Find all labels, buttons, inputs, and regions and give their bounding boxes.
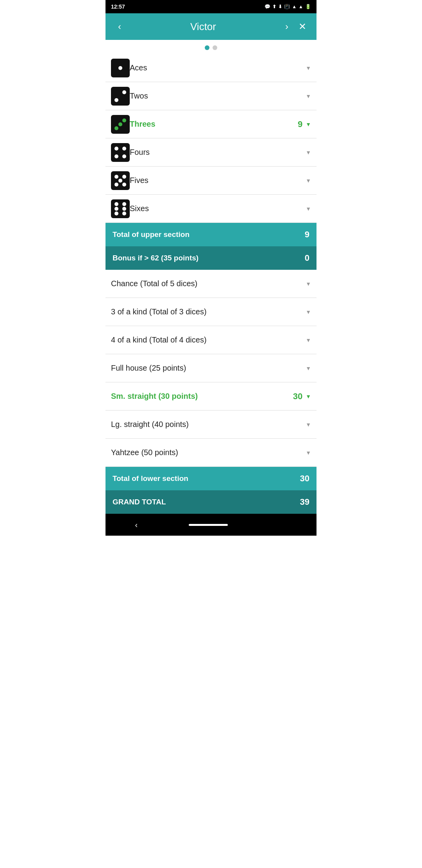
bottom-navigation: ‹ (106, 514, 316, 536)
lower-section: Chance (Total of 5 dices) ▼ 3 of a kind … (106, 270, 316, 467)
yahtzee-row[interactable]: Yahtzee (50 points) ▼ (106, 439, 316, 467)
svg-point-18 (114, 183, 118, 187)
grand-total-label: GRAND TOTAL (113, 498, 166, 506)
upper-section: Aces ▼ Twos ▼ Threes 9 ▼ Fou (106, 54, 316, 223)
aces-row[interactable]: Aces ▼ (106, 54, 316, 82)
bonus-label: Bonus if > 62 (35 points) (113, 254, 198, 262)
sm-straight-score: 30 (293, 391, 302, 402)
twos-row[interactable]: Twos ▼ (106, 82, 316, 110)
dice-4-icon (111, 143, 130, 162)
yahtzee-chevron: ▼ (306, 450, 311, 456)
fours-chevron: ▼ (306, 149, 311, 156)
sixes-label: Sixes (130, 204, 306, 213)
upper-total-value: 9 (305, 230, 309, 240)
bonus-value: 0 (305, 253, 309, 263)
svg-point-6 (114, 126, 118, 130)
fours-label: Fours (130, 148, 306, 157)
chance-label: Chance (Total of 5 dices) (111, 279, 306, 288)
four-kind-row[interactable]: 4 of a kind (Total of 4 dices) ▼ (106, 326, 316, 354)
threes-score: 9 (298, 119, 302, 129)
upper-total-row: Total of upper section 9 (106, 223, 316, 246)
svg-point-4 (122, 90, 126, 94)
twos-label: Twos (130, 91, 306, 100)
full-house-row[interactable]: Full house (25 points) ▼ (106, 354, 316, 382)
svg-point-24 (122, 207, 126, 211)
status-icons: 💬 ⬆ ⬇ 📳 ▲ ▲ 🔋 (265, 4, 311, 9)
fives-label: Fives (130, 176, 306, 185)
download-icon: ⬇ (278, 4, 282, 9)
page-dots (106, 40, 316, 54)
svg-point-19 (122, 183, 126, 187)
svg-point-11 (122, 147, 126, 151)
nav-back-button[interactable]: ‹ (127, 517, 146, 533)
svg-point-21 (114, 202, 118, 206)
close-button[interactable]: ✕ (295, 20, 310, 34)
fives-chevron: ▼ (306, 178, 311, 184)
aces-chevron: ▼ (306, 65, 311, 71)
dot-2[interactable] (213, 45, 217, 50)
sm-straight-row[interactable]: Sm. straight (30 points) 30 ▼ (106, 382, 316, 411)
sixes-chevron: ▼ (306, 206, 311, 212)
sixes-row[interactable]: Sixes ▼ (106, 195, 316, 223)
lg-straight-chevron: ▼ (306, 421, 311, 428)
chance-row[interactable]: Chance (Total of 5 dices) ▼ (106, 270, 316, 298)
svg-rect-9 (111, 143, 130, 162)
svg-point-16 (122, 175, 126, 179)
player-title: Victor (127, 21, 279, 33)
whatsapp-icon: 💬 (265, 4, 270, 9)
threes-chevron: ▼ (306, 121, 311, 127)
aces-label: Aces (130, 63, 306, 72)
svg-point-3 (114, 98, 118, 102)
vibrate-icon: 📳 (284, 4, 290, 9)
lg-straight-label: Lg. straight (40 points) (111, 420, 306, 429)
grand-total-row: GRAND TOTAL 39 (106, 490, 316, 514)
lower-total-label: Total of lower section (113, 474, 188, 483)
lower-total-value: 30 (300, 473, 309, 484)
dice-2-icon (111, 87, 130, 106)
sm-straight-label: Sm. straight (30 points) (111, 392, 293, 401)
grand-total-value: 39 (300, 497, 309, 507)
dot-1[interactable] (205, 45, 209, 50)
fours-row[interactable]: Fours ▼ (106, 138, 316, 167)
forward-button[interactable]: › (279, 20, 295, 34)
three-kind-label: 3 of a kind (Total of 3 dices) (111, 307, 306, 316)
dice-3-icon (111, 115, 130, 134)
yahtzee-label: Yahtzee (50 points) (111, 448, 306, 457)
upper-total-label: Total of upper section (113, 230, 190, 239)
status-time: 12:57 (111, 4, 125, 10)
four-kind-label: 4 of a kind (Total of 4 dices) (111, 335, 306, 344)
svg-point-8 (122, 118, 126, 122)
twos-chevron: ▼ (306, 93, 311, 99)
lower-total-row: Total of lower section 30 (106, 467, 316, 490)
three-kind-row[interactable]: 3 of a kind (Total of 3 dices) ▼ (106, 298, 316, 326)
full-house-label: Full house (25 points) (111, 364, 306, 373)
home-indicator[interactable] (189, 524, 228, 526)
svg-point-23 (114, 207, 118, 211)
three-kind-chevron: ▼ (306, 309, 311, 315)
svg-point-10 (114, 147, 118, 151)
lg-straight-row[interactable]: Lg. straight (40 points) ▼ (106, 411, 316, 439)
wifi-icon: ▲ (292, 4, 297, 9)
svg-point-26 (122, 212, 126, 215)
battery-icon: 🔋 (305, 4, 311, 9)
svg-point-12 (114, 154, 118, 158)
signal-icon: ▲ (299, 4, 303, 9)
threes-row[interactable]: Threes 9 ▼ (106, 110, 316, 138)
svg-point-25 (114, 212, 118, 215)
dice-6-icon (111, 199, 130, 218)
app-header: ‹ Victor › ✕ (106, 13, 316, 40)
upload-icon: ⬆ (272, 4, 276, 9)
sm-straight-chevron: ▼ (306, 393, 311, 400)
dice-5-icon (111, 171, 130, 190)
svg-point-7 (118, 122, 122, 126)
back-button[interactable]: ‹ (112, 20, 127, 34)
svg-rect-20 (111, 199, 130, 218)
svg-rect-2 (111, 87, 130, 106)
status-bar: 12:57 💬 ⬆ ⬇ 📳 ▲ ▲ 🔋 (106, 0, 316, 13)
fives-row[interactable]: Fives ▼ (106, 167, 316, 195)
svg-point-1 (118, 66, 122, 70)
threes-label: Threes (130, 120, 298, 129)
full-house-chevron: ▼ (306, 365, 311, 371)
bonus-row: Bonus if > 62 (35 points) 0 (106, 246, 316, 270)
four-kind-chevron: ▼ (306, 337, 311, 343)
